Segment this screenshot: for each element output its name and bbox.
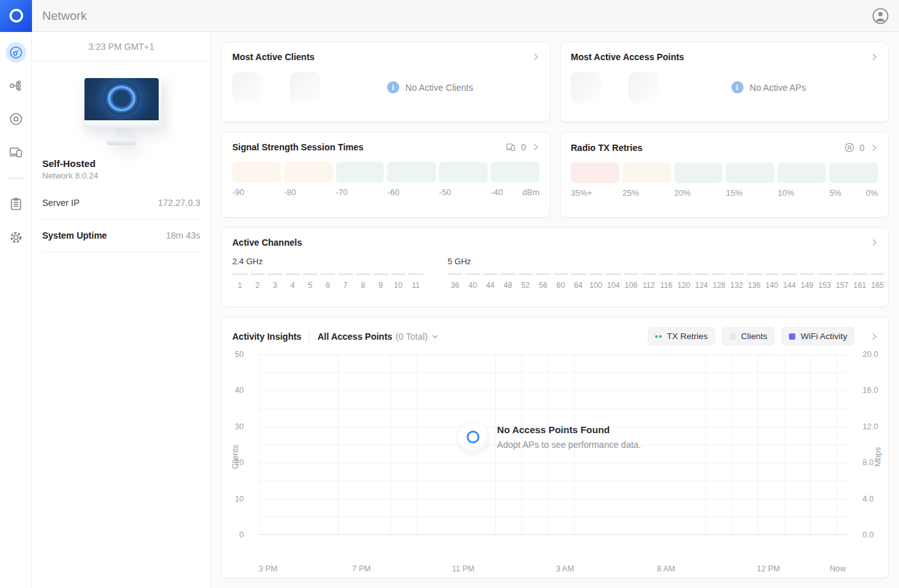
server-ip-row: Server IP 172.27.0.3 [42, 187, 200, 219]
y-tick-label: 10 [235, 495, 244, 504]
radio-bar-amber [623, 163, 671, 183]
channel-number: 7 [338, 281, 353, 290]
channel-usage-bar [641, 273, 656, 275]
y-tick-label: 20.0 [863, 350, 878, 359]
sidebar-item-topology[interactable] [6, 75, 26, 96]
channel-165: 165 [870, 273, 886, 290]
y-tick-label: 50 [235, 350, 244, 359]
channel-usage-bar [250, 273, 266, 275]
radio-bar-green [829, 163, 878, 183]
radio-unit-label: 0% [866, 188, 878, 198]
channel-usage-bar [356, 273, 371, 275]
card-title: Activity Insights [232, 331, 301, 342]
chart-legend: TX RetriesClientsWiFi Activity [648, 327, 855, 346]
channel-usage-bar [232, 273, 248, 275]
card-title: Most Active Access Points [571, 52, 869, 62]
channel-usage-bar [518, 273, 534, 275]
chevron-right-icon[interactable] [530, 52, 541, 62]
signal-label-cell: -70 [336, 187, 385, 197]
card-title: Active Channels [232, 237, 869, 248]
channel-row: 3640444852566064100104108112116120124128… [448, 273, 886, 290]
server-ip-label: Server IP [42, 198, 79, 208]
user-avatar[interactable] [871, 6, 890, 26]
channel-108: 108 [624, 273, 639, 290]
channel-157: 157 [835, 273, 850, 290]
channel-usage-bar [465, 273, 481, 275]
rail-divider [9, 178, 23, 179]
page-title: Network [42, 9, 87, 23]
signal-bar-green [387, 162, 436, 182]
channel-number: 64 [571, 281, 586, 290]
unifi-logo[interactable] [0, 0, 32, 32]
uptime-label: System Uptime [42, 230, 107, 241]
channel-number: 11 [408, 281, 424, 290]
channel-usage-bar [782, 273, 797, 275]
channel-usage-bar [729, 273, 745, 275]
activity-chart: 50403020100 Clients No Access Points Fou… [222, 354, 888, 559]
channel-number: 2 [250, 281, 266, 290]
legend-label: Clients [741, 331, 767, 341]
sidebar-item-settings[interactable] [6, 227, 26, 248]
channel-number: 9 [373, 281, 388, 290]
x-axis: 3 PM7 PM11 PM3 AM8 AM12 PMNow [259, 559, 847, 578]
legend-chip-wifi-activity[interactable]: WiFi Activity [781, 327, 855, 346]
channel-number: 10 [391, 281, 406, 290]
channel-132: 132 [729, 273, 745, 290]
sidebar-item-dashboard[interactable] [6, 42, 26, 63]
info-icon: i [731, 81, 744, 93]
chevron-right-icon[interactable] [869, 237, 879, 248]
legend-label: TX Retries [667, 331, 708, 341]
channel-usage-bar [747, 273, 762, 275]
signal-bar-green [439, 162, 488, 182]
channel-number: 56 [536, 281, 551, 290]
empty-state-title: No Access Points Found [497, 424, 641, 435]
channel-number: 132 [729, 281, 745, 290]
settings-icon [8, 230, 24, 245]
chevron-right-icon[interactable] [530, 142, 541, 152]
signal-histogram [222, 152, 550, 182]
channel-number: 36 [448, 281, 463, 290]
chevron-right-icon[interactable] [869, 143, 879, 153]
sidebar-item-unifi-devices[interactable] [6, 109, 26, 129]
channel-number: 40 [465, 281, 481, 290]
y-tick-label: 30 [235, 422, 244, 431]
chevron-right-icon[interactable] [869, 331, 879, 342]
console-name: Self-Hosted [32, 149, 211, 169]
channel-140: 140 [765, 273, 780, 290]
legend-label: WiFi Activity [800, 331, 847, 341]
channel-usage-bar [536, 273, 551, 275]
channel-usage-bar [694, 273, 710, 275]
ap-scope-selector[interactable]: All Access Points (0 Total) [317, 331, 440, 342]
signal-tick-label: -90 [232, 187, 244, 197]
channel-number: 52 [518, 281, 534, 290]
channel-128: 128 [712, 273, 727, 290]
divider [309, 331, 310, 342]
band-name: 5 GHz [448, 257, 886, 266]
channel-8: 8 [356, 273, 371, 290]
site-time: 3:23 PM GMT+1 [32, 32, 211, 61]
signal-strength-card: Signal Strength Session Times 0 [221, 132, 550, 218]
y-tick-label: 40 [235, 386, 244, 395]
sidebar-item-insights[interactable] [6, 194, 26, 214]
channel-usage-bar [553, 273, 569, 275]
legend-chip-tx-retries[interactable]: TX Retries [648, 327, 715, 346]
radio-label-cell: 20% [674, 188, 723, 198]
channel-usage-bar [817, 273, 832, 275]
channel-5: 5 [303, 273, 318, 290]
legend-chip-clients[interactable]: Clients [722, 327, 775, 346]
console-version: Network 8.0.24 [32, 169, 211, 187]
chevron-right-icon[interactable] [869, 52, 879, 62]
client-devices-icon [8, 145, 24, 160]
channel-usage-bar [338, 273, 353, 275]
x-tick-label: 12 PM [757, 564, 780, 573]
channel-number: 112 [641, 281, 656, 290]
unifi-devices-icon [8, 111, 24, 127]
sidebar-item-client-devices[interactable] [6, 142, 26, 163]
card-title: Most Active Clients [232, 52, 530, 62]
channel-number: 144 [782, 281, 797, 290]
channel-usage-bar [500, 273, 516, 275]
channel-usage-bar [712, 273, 727, 275]
radio-bar-green [674, 163, 723, 183]
console-illustration [32, 61, 211, 149]
legend-marker-square [729, 333, 736, 340]
